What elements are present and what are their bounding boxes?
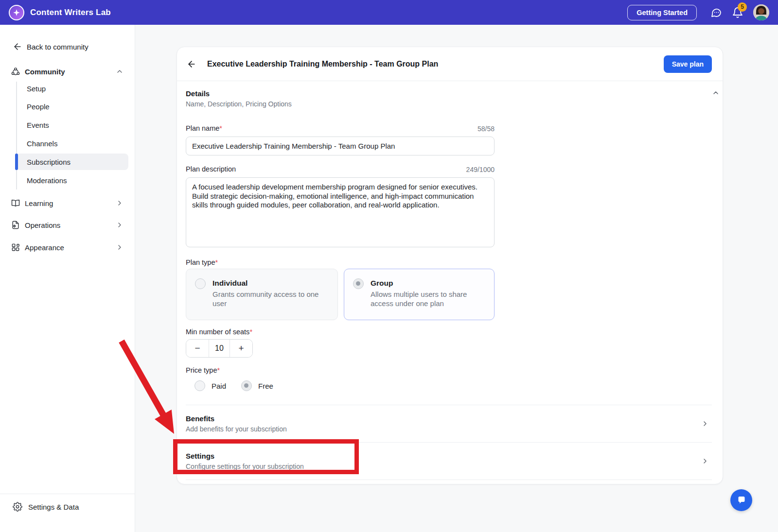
save-plan-button[interactable]: Save plan <box>664 55 712 73</box>
sidebar-item-setup[interactable]: Setup <box>27 80 46 97</box>
plan-type-option-title: Individual <box>212 278 330 288</box>
subnav-tree-line <box>16 82 17 189</box>
radio-unselected-icon <box>195 278 206 289</box>
benefits-subtitle: Add benefits for your subscription <box>186 425 712 433</box>
price-option-label: Free <box>258 382 273 390</box>
details-title: Details <box>186 89 712 98</box>
sidebar-item-events[interactable]: Events <box>27 117 49 133</box>
radio-unselected-icon <box>194 380 205 391</box>
app-logo-icon <box>9 5 24 20</box>
sidebar: Back to community Community Setup People… <box>0 25 135 532</box>
min-seats-value: 10 <box>209 340 230 357</box>
community-icon <box>11 67 20 76</box>
chevron-right-icon <box>116 221 124 229</box>
plan-description-textarea[interactable]: A focused leadership development members… <box>186 177 495 247</box>
plan-name-input[interactable] <box>186 137 495 155</box>
plan-editor-card: Executive Leadership Training Membership… <box>177 47 723 484</box>
page-title: Executive Leadership Training Membership… <box>207 60 438 69</box>
chevron-right-icon <box>116 243 124 251</box>
plan-type-option-individual[interactable]: Individual Grants community access to on… <box>186 269 338 320</box>
sidebar-item-community[interactable]: Community <box>0 65 135 78</box>
settings-section-row[interactable]: Settings Configure settings for your sub… <box>186 442 712 480</box>
plan-type-option-group[interactable]: Group Allows multiple users to share acc… <box>344 269 495 320</box>
sidebar-item-label: Learning <box>25 199 53 207</box>
details-subtitle: Name, Description, Pricing Options <box>186 100 712 108</box>
benefits-title: Benefits <box>186 414 712 423</box>
notification-count-badge: 5 <box>738 2 747 12</box>
sidebar-item-learning[interactable]: Learning <box>0 197 135 209</box>
chat-bubble-icon <box>736 495 747 506</box>
plan-type-option-description: Grants community access to one user <box>212 290 330 308</box>
collapse-chevron-up-icon[interactable] <box>712 89 720 97</box>
plan-name-counter: 58/58 <box>477 125 495 133</box>
settings-subtitle: Configure settings for your subscription <box>186 462 712 471</box>
sidebar-item-appearance[interactable]: Appearance <box>0 241 135 254</box>
active-item-indicator <box>15 154 18 170</box>
back-to-community-link[interactable]: Back to community <box>0 40 135 53</box>
settings-data-label: Settings & Data <box>28 503 79 511</box>
main-content: Executive Leadership Training Membership… <box>135 25 778 532</box>
notifications-bell[interactable]: 5 <box>732 7 743 18</box>
blocks-icon <box>11 242 20 252</box>
back-arrow-icon[interactable] <box>187 59 196 69</box>
plan-type-label: Plan type* <box>186 258 712 267</box>
sidebar-footer-divider <box>0 494 135 494</box>
sidebar-item-operations[interactable]: Operations <box>0 219 135 231</box>
sidebar-item-moderations[interactable]: Moderations <box>27 172 67 189</box>
required-asterisk: * <box>249 328 252 336</box>
back-to-community-label: Back to community <box>27 43 88 51</box>
arrow-left-icon <box>13 42 22 51</box>
user-avatar[interactable] <box>753 4 769 20</box>
plan-name-label: Plan name* <box>186 124 222 133</box>
plan-type-option-title: Group <box>371 278 486 288</box>
required-asterisk: * <box>215 258 218 266</box>
required-asterisk: * <box>217 366 220 374</box>
details-section-header[interactable]: Details Name, Description, Pricing Optio… <box>186 89 712 108</box>
gear-icon <box>13 502 22 512</box>
plan-description-label: Plan description <box>186 165 236 173</box>
messages-icon[interactable] <box>710 7 722 18</box>
plan-type-option-description: Allows multiple users to share access un… <box>371 290 486 308</box>
sidebar-item-label: Operations <box>25 221 60 229</box>
sidebar-item-subscriptions[interactable]: Subscriptions <box>27 154 71 170</box>
card-header: Executive Leadership Training Membership… <box>177 47 723 81</box>
price-type-option-paid[interactable]: Paid <box>194 380 226 391</box>
document-gear-icon <box>11 220 20 230</box>
chevron-right-icon <box>701 457 709 465</box>
required-asterisk: * <box>219 124 222 132</box>
chevron-right-icon <box>116 199 124 207</box>
brand: Content Writers Lab <box>9 5 111 20</box>
top-navbar: Content Writers Lab Getting Started 5 <box>0 0 778 25</box>
price-type-option-free[interactable]: Free <box>241 380 273 391</box>
sidebar-item-channels[interactable]: Channels <box>27 135 57 152</box>
book-icon <box>11 198 20 208</box>
min-seats-label: Min number of seats* <box>186 327 712 336</box>
chat-launcher-button[interactable] <box>730 489 752 511</box>
sidebar-item-settings-data[interactable]: Settings & Data <box>0 500 135 514</box>
decrement-button[interactable]: − <box>186 340 209 357</box>
plan-description-counter: 249/1000 <box>466 166 495 173</box>
price-type-label: Price type* <box>186 366 712 375</box>
sidebar-item-label: Community <box>25 68 65 76</box>
settings-title: Settings <box>186 451 712 461</box>
chevron-up-icon <box>116 68 124 75</box>
radio-selected-icon <box>353 278 364 289</box>
getting-started-button[interactable]: Getting Started <box>627 5 697 20</box>
min-seats-stepper: − 10 + <box>186 339 253 358</box>
chevron-right-icon <box>701 420 709 428</box>
price-option-label: Paid <box>212 382 226 390</box>
sidebar-item-people[interactable]: People <box>27 98 50 115</box>
sidebar-item-label: Appearance <box>25 243 64 252</box>
benefits-section-row[interactable]: Benefits Add benefits for your subscript… <box>186 405 712 442</box>
increment-button[interactable]: + <box>230 340 252 357</box>
radio-selected-icon <box>241 380 252 391</box>
brand-name: Content Writers Lab <box>30 8 111 17</box>
